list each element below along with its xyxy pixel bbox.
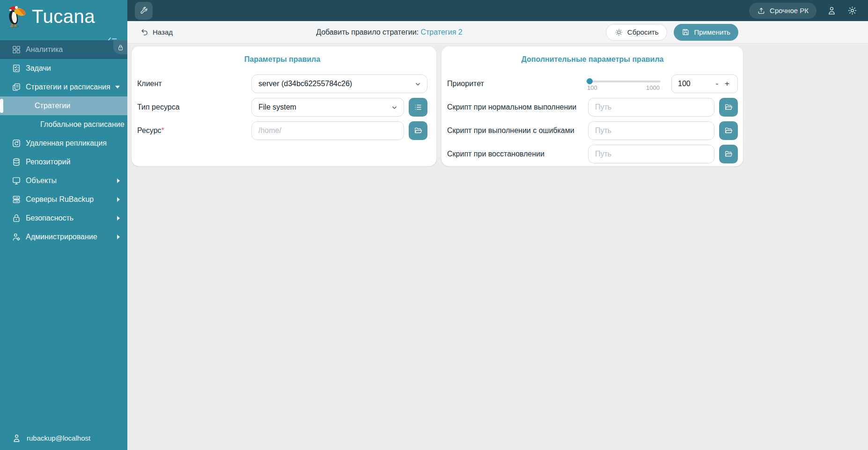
tasks-icon [11,63,22,74]
sidebar-item-label: Задачи [26,64,51,73]
header-buttons: Сбросить Применить [606,24,738,41]
priority-decrement-button[interactable]: - [712,79,721,89]
repository-icon [11,157,22,167]
sidebar-item[interactable]: Серверы RuBackup [0,190,127,209]
strategy-link[interactable]: Стратегия 2 [420,28,462,36]
servers-icon [11,194,22,205]
settings-gear-icon[interactable] [846,5,858,16]
apply-label: Применить [694,28,730,36]
reset-label: Сбросить [627,28,659,36]
sidebar-item[interactable]: Администрирование [0,228,127,246]
slider-labels: 100 1000 [587,84,660,91]
client-select[interactable]: server (d34bc62255784c26) [251,74,427,93]
resource-type-row: Тип ресурса File system [137,98,427,117]
script-label: Скрипт при нормальном выполнении [447,103,576,111]
slider-min-label: 100 [587,84,597,91]
back-button[interactable]: Назад [140,28,173,36]
resource-browse-button[interactable] [409,121,427,140]
resource-label: Ресурс* [137,126,164,135]
sidebar-subitem-label: Стратегии [35,102,70,110]
slider-max-label: 1000 [646,84,660,91]
script-browse-button[interactable] [719,98,738,117]
sidebar-item-label: Объекты [26,177,57,185]
app-title: Tucana [32,6,95,27]
priority-row: Приоритет 100 1000 100 [447,74,738,93]
sidebar-subitem[interactable]: Глобальное расписание [0,115,127,134]
resource-input[interactable] [251,121,404,140]
sidebar-item[interactable]: Задачи [0,59,127,78]
folder-open-icon [724,150,733,158]
page-header: Назад Добавить правило стратегии: Страте… [127,21,868,44]
upload-icon [757,7,765,15]
resource-type-select[interactable]: File system [251,98,404,117]
main-area: Срочное РК [127,0,868,450]
save-icon [682,28,690,36]
sidebar-user[interactable]: rubackup@localhost [0,426,127,450]
priority-slider[interactable]: 100 1000 [586,74,661,93]
slider-track[interactable] [586,81,661,82]
script-path-input[interactable] [588,121,714,140]
sidebar-subitem[interactable]: Стратегии [0,96,127,115]
apply-button[interactable]: Применить [674,24,738,41]
sidebar-item-label: Репозиторий [26,158,70,166]
folder-open-icon [414,126,422,135]
rule-params-card: Параметры правила Клиент server (d34bc62… [132,46,436,166]
urgent-backup-button[interactable]: Срочное РК [749,3,817,19]
reset-icon [615,28,623,37]
sidebar-item[interactable]: Удаленная репликация [0,134,127,153]
extra-params-card: Дополнительные параметры правила Приорит… [441,46,743,166]
caret-right-icon [117,197,120,202]
user-icon [11,433,22,443]
script-row: Скрипт при выполнении с ошибками [447,121,738,140]
script-label: Скрипт при выполнении с ошибками [447,126,574,135]
extra-params-title: Дополнительные параметры правила [447,55,738,64]
client-row: Клиент server (d34bc62255784c26) [137,74,427,93]
script-path-input[interactable] [588,98,714,117]
grid-icon [11,44,22,55]
resource-type-list-button[interactable] [409,98,427,117]
priority-value[interactable]: 100 [678,80,712,88]
script-label: Скрипт при восстановлении [447,150,544,158]
client-label: Клиент [137,80,162,88]
topbar-right: Срочное РК [749,3,858,19]
sidebar-item-label: Серверы RuBackup [26,195,94,204]
script-browse-button[interactable] [719,145,738,163]
sidebar-item[interactable]: Стратегии и расписания [0,78,127,96]
tools-button[interactable] [135,2,153,20]
script-row: Скрипт при нормальном выполнении [447,98,738,117]
sidebar-item[interactable]: Аналитика [0,40,127,59]
sidebar-nav: АналитикаЗадачиСтратегии и расписанияСтр… [0,40,127,246]
caret-right-icon [117,178,120,183]
sidebar-item-label: Аналитика [26,45,63,54]
caret-right-icon [117,235,120,239]
required-asterisk: * [162,126,164,134]
chevron-down-icon [391,104,398,111]
sidebar-user-label: rubackup@localhost [27,434,90,442]
sidebar-item-label: Стратегии и расписания [26,83,110,91]
script-path-input[interactable] [588,145,714,163]
sidebar-item[interactable]: Безопасность [0,209,127,228]
priority-number-box: 100 - + [671,74,738,93]
sidebar-item[interactable]: Репозиторий [0,153,127,171]
client-select-value: server (d34bc62255784c26) [258,80,352,88]
page-title: Добавить правило стратегии: Стратегия 2 [173,28,606,37]
priority-label: Приоритет [447,80,484,88]
list-icon [414,103,422,111]
chevron-down-icon [414,81,421,88]
objects-icon [11,176,22,186]
priority-increment-button[interactable]: + [721,79,733,89]
back-undo-icon [140,28,148,36]
script-browse-button[interactable] [719,121,738,140]
sidebar-item-label: Безопасность [26,214,74,222]
strategies-icon [11,82,22,92]
sidebar-item[interactable]: Объекты [0,171,127,190]
caret-down-icon [115,86,120,89]
urgent-backup-label: Срочное РК [770,7,809,15]
lock-icon [113,40,127,54]
reset-button[interactable]: Сбросить [606,24,668,41]
slider-handle[interactable] [587,78,593,84]
page-title-text: Добавить правило стратегии: [316,28,419,36]
resource-type-select-value: File system [258,103,296,111]
content: Параметры правила Клиент server (d34bc62… [127,44,868,450]
profile-button[interactable] [826,5,837,16]
